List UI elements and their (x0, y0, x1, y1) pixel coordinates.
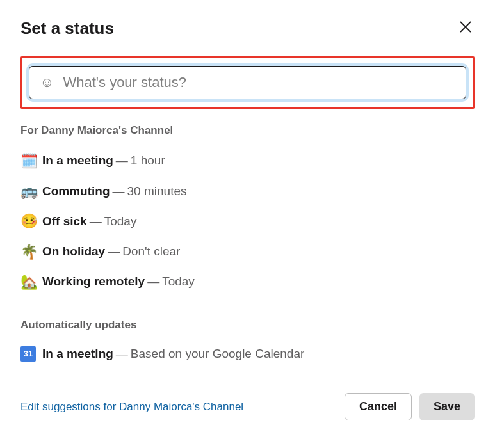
footer-buttons: Cancel Save (345, 393, 475, 420)
status-input[interactable] (63, 74, 455, 91)
separator: — (116, 344, 128, 364)
suggestion-item-sick[interactable]: 🤒 Off sick — Today (20, 206, 475, 236)
emoji-picker-icon[interactable]: ☺ (40, 76, 54, 90)
cancel-button[interactable]: Cancel (345, 393, 412, 420)
sick-emoji-icon: 🤒 (20, 210, 42, 232)
auto-section-label: Automatically updates (20, 319, 475, 332)
palm-emoji-icon: 🌴 (20, 241, 42, 263)
suggestion-item-meeting[interactable]: 🗓️ In a meeting — 1 hour (20, 146, 475, 176)
house-emoji-icon: 🏡 (20, 271, 42, 293)
auto-updates-section: Automatically updates 31 In a meeting — … (20, 319, 475, 367)
suggestion-duration: Don't clear (122, 242, 180, 261)
close-icon[interactable] (457, 18, 475, 38)
suggestion-label: On holiday (42, 242, 105, 261)
bus-emoji-icon: 🚌 (20, 180, 42, 202)
google-calendar-icon: 31 (20, 346, 36, 362)
suggestions-list: 🗓️ In a meeting — 1 hour 🚌 Commuting — 3… (20, 146, 475, 297)
separator: — (147, 272, 159, 291)
suggestion-duration: Today (162, 272, 195, 291)
dialog-footer: Edit suggestions for Danny Maiorca's Cha… (20, 393, 475, 420)
suggestion-label: Working remotely (42, 272, 145, 291)
separator: — (90, 212, 102, 231)
suggestion-duration: Based on your Google Calendar (131, 344, 304, 364)
suggestion-item-remote[interactable]: 🏡 Working remotely — Today (20, 267, 475, 297)
suggestion-duration: 30 minutes (127, 182, 187, 201)
edit-suggestions-link[interactable]: Edit suggestions for Danny Maiorca's Cha… (20, 401, 243, 413)
status-input-container[interactable]: ☺ (29, 66, 466, 99)
dialog-title: Set a status (20, 19, 114, 38)
calendar-emoji-icon: 🗓️ (20, 150, 42, 172)
auto-item-calendar[interactable]: 31 In a meeting — Based on your Google C… (20, 340, 475, 367)
suggestion-label: Off sick (42, 212, 87, 231)
save-button[interactable]: Save (419, 393, 475, 420)
suggestion-label: In a meeting (42, 151, 113, 170)
suggestion-label: Commuting (42, 182, 110, 201)
suggestion-item-commuting[interactable]: 🚌 Commuting — 30 minutes (20, 176, 475, 206)
suggestion-item-holiday[interactable]: 🌴 On holiday — Don't clear (20, 237, 475, 267)
suggestions-section-label: For Danny Maiorca's Channel (20, 124, 475, 137)
suggestion-duration: Today (104, 212, 137, 231)
separator: — (108, 242, 120, 261)
separator: — (113, 182, 125, 201)
dialog-header: Set a status (20, 18, 475, 38)
suggestion-label: In a meeting (42, 344, 113, 364)
status-input-highlight: ☺ (20, 56, 475, 109)
suggestion-duration: 1 hour (131, 151, 165, 170)
separator: — (116, 151, 128, 170)
